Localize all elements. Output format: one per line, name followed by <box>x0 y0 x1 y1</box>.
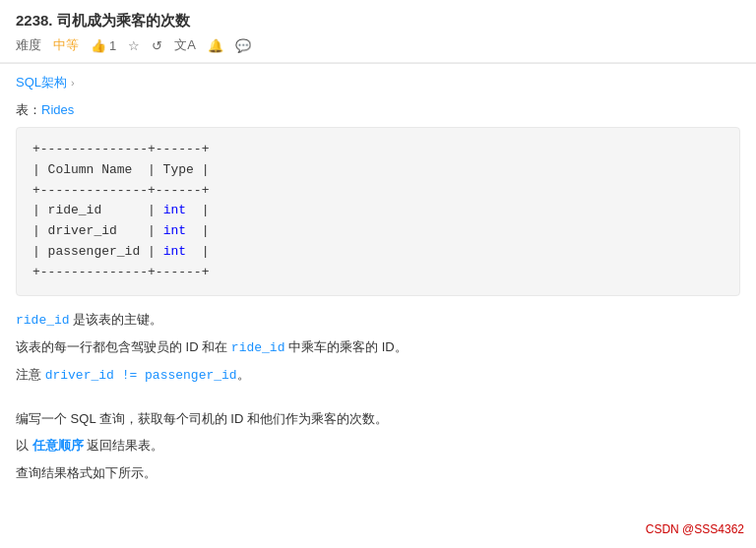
code-line-1: +--------------+------+ <box>32 140 724 160</box>
like-icon[interactable]: 👍 1 <box>91 38 116 53</box>
breadcrumb[interactable]: SQL架构 › <box>16 74 740 91</box>
comment-icon[interactable]: 💬 <box>235 38 251 53</box>
code-line-5: | driver_id | int | <box>32 221 724 242</box>
refresh-icon[interactable]: ↺ <box>152 38 162 53</box>
meta-row: 难度 中等 👍 1 ☆ ↺ 文A 🔔 💬 <box>16 36 740 54</box>
chevron-right-icon: › <box>71 77 75 89</box>
schema-table: +--------------+------+ | Column Name | … <box>16 127 740 296</box>
header: 2238. 司机成为乘客的次数 难度 中等 👍 1 ☆ ↺ 文A 🔔 💬 <box>0 0 756 63</box>
table-label: 表：Rides <box>16 101 740 119</box>
query-section: 编写一个 SQL 查询，获取每个司机的 ID 和他们作为乘客的次数。 以 任意顺… <box>16 407 740 484</box>
translate-icon[interactable]: 文A <box>174 36 196 54</box>
difficulty-value: 中等 <box>53 36 79 54</box>
main-content: SQL架构 › 表：Rides +--------------+------+ … <box>0 64 756 504</box>
query-line-1: 编写一个 SQL 查询，获取每个司机的 ID 和他们作为乘客的次数。 <box>16 407 740 430</box>
desc-line-1: ride_id 是该表的主键。 <box>16 308 740 332</box>
code-line-2: | Column Name | Type | <box>32 160 724 181</box>
code-line-7: +--------------+------+ <box>32 263 724 283</box>
description: ride_id 是该表的主键。 该表的每一行都包含驾驶员的 ID 和在 ride… <box>16 308 740 388</box>
query-line-3: 查询结果格式如下所示。 <box>16 461 740 484</box>
table-prefix: 表： <box>16 102 41 117</box>
like-count: 1 <box>109 38 116 53</box>
any-order-link[interactable]: 任意顺序 <box>32 438 84 453</box>
table-name: Rides <box>41 102 74 117</box>
query-line-2: 以 任意顺序 返回结果表。 <box>16 434 740 457</box>
desc-line-2: 该表的每一行都包含驾驶员的 ID 和在 ride_id 中乘车的乘客的 ID。 <box>16 335 740 359</box>
star-icon[interactable]: ☆ <box>128 38 140 53</box>
desc-line-3: 注意 driver_id != passenger_id。 <box>16 363 740 387</box>
code-line-6: | passenger_id | int | <box>32 242 724 263</box>
bell-icon[interactable]: 🔔 <box>208 38 223 53</box>
page-title: 2238. 司机成为乘客的次数 <box>16 12 740 30</box>
difficulty-label: 难度 <box>16 36 41 54</box>
code-line-4: | ride_id | int | <box>32 201 724 221</box>
csdn-badge: CSDN @SSS4362 <box>646 522 744 536</box>
code-line-3: +--------------+------+ <box>32 181 724 202</box>
breadcrumb-label: SQL架构 <box>16 74 67 91</box>
